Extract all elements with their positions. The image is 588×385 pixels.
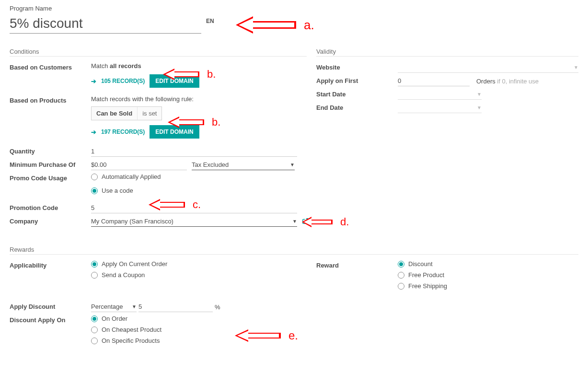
end-date-input[interactable]: ▼ [398, 103, 482, 113]
radio-icon [91, 174, 98, 180]
end-date-label: End Date [316, 103, 398, 111]
radio-icon [91, 338, 98, 344]
chevron-down-icon: ▼ [132, 304, 137, 309]
quantity-input[interactable] [91, 146, 297, 157]
radio-selected-icon [91, 261, 98, 268]
customers-records-link[interactable]: 105 RECORD(S) [101, 78, 145, 84]
promo-usage-auto-radio[interactable]: Automatically Applied [91, 173, 307, 180]
applicability-label: Applicability [10, 260, 91, 269]
promotion-code-label: Promotion Code [10, 203, 91, 211]
discount-apply-on-label: Discount Apply On [10, 315, 91, 324]
program-name-row: EN [10, 14, 578, 34]
tax-excluded-select[interactable]: Tax Excluded ▼ [192, 160, 295, 170]
chevron-down-icon: ▼ [292, 219, 297, 224]
start-date-input[interactable]: ▼ [398, 89, 482, 100]
language-badge[interactable]: EN [206, 18, 214, 24]
min-purchase-label: Minimum Purchase Of [10, 160, 91, 168]
reward-free-product-radio[interactable]: Free Product [398, 271, 578, 279]
edit-domain-products-button[interactable]: EDIT DOMAIN [150, 125, 199, 139]
discount-type-select[interactable]: Percentage ▼ [91, 302, 137, 312]
radio-icon [91, 327, 98, 333]
customers-label: Based on Customers [10, 62, 91, 71]
products-label: Based on Products [10, 95, 91, 104]
apply-first-input[interactable] [398, 76, 470, 86]
min-purchase-input[interactable] [91, 160, 187, 170]
discount-value-input[interactable] [138, 302, 213, 312]
reward-label: Reward [316, 260, 398, 269]
chevron-down-icon: ▼ [574, 65, 578, 70]
radio-icon [91, 272, 98, 279]
apply-first-label: Apply on First [316, 76, 398, 84]
promo-usage-code-radio[interactable]: Use a code [91, 187, 307, 194]
start-date-label: Start Date [316, 89, 398, 98]
website-select[interactable]: ▼ [398, 62, 578, 73]
quantity-label: Quantity [10, 146, 91, 155]
program-name-label: Program Name [10, 5, 578, 12]
radio-selected-icon [91, 315, 98, 322]
chevron-down-icon: ▼ [290, 162, 295, 167]
edit-domain-customers-button[interactable]: EDIT DOMAIN [150, 74, 199, 88]
apply-discount-label: Apply Discount [10, 302, 91, 310]
discount-on-cheapest-radio[interactable]: On Cheapest Product [91, 326, 307, 333]
radio-icon [398, 283, 404, 290]
discount-on-specific-radio[interactable]: On Specific Products [91, 337, 307, 344]
chevron-down-icon: ▼ [477, 105, 482, 110]
percent-unit: % [215, 303, 220, 311]
applicability-current-radio[interactable]: Apply On Current Order [91, 260, 307, 268]
website-label: Website [316, 62, 398, 71]
reward-discount-radio[interactable]: Discount [398, 260, 578, 268]
products-match-text: Match records with the following rule: [91, 95, 194, 103]
arrow-right-icon: ➔ [91, 128, 96, 136]
arrow-right-icon: ➔ [91, 78, 96, 85]
conditions-title: Conditions [10, 48, 307, 57]
products-records-link[interactable]: 197 RECORD(S) [101, 128, 145, 135]
discount-on-order-radio[interactable]: On Order [91, 315, 307, 322]
reward-free-shipping-radio[interactable]: Free Shipping [398, 282, 578, 290]
radio-selected-icon [91, 187, 98, 194]
validity-title: Validity [316, 48, 578, 57]
promotion-code-input[interactable] [91, 203, 297, 213]
products-rule-chip[interactable]: Can be Sold is set [91, 106, 162, 120]
program-name-input[interactable] [10, 14, 201, 34]
company-label: Company [10, 216, 91, 225]
radio-icon [398, 272, 404, 279]
radio-selected-icon [398, 261, 404, 268]
customers-match: Match all records [91, 62, 141, 70]
apply-first-hint: Orders if 0, infinite use [476, 78, 539, 85]
applicability-coupon-radio[interactable]: Send a Coupon [91, 271, 307, 279]
promo-usage-label: Promo Code Usage [10, 173, 91, 182]
rewards-title: Rewards [10, 246, 578, 255]
company-select[interactable]: My Company (San Francisco) ▼ [91, 216, 297, 227]
chevron-down-icon: ▼ [477, 92, 482, 97]
